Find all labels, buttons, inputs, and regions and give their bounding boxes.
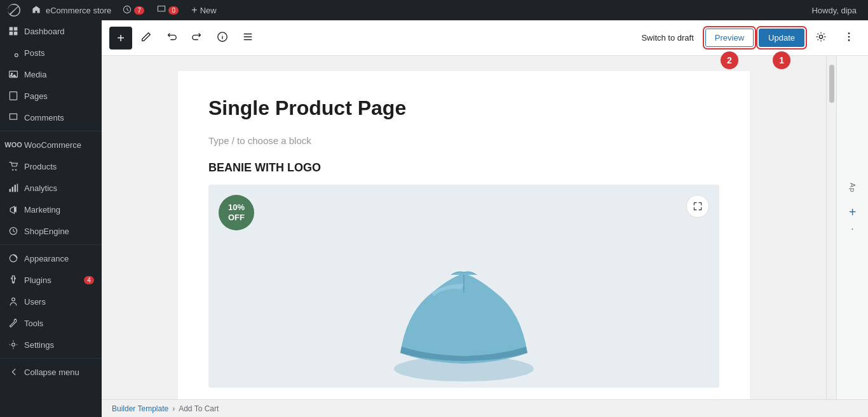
expand-button[interactable] <box>686 195 709 218</box>
svg-point-17 <box>12 298 15 301</box>
media-icon <box>8 69 19 80</box>
editor-main: Single Product Page Type / to choose a b… <box>102 56 826 399</box>
sidebar: Dashboard Posts Media Pages <box>0 20 102 417</box>
products-icon <box>8 161 19 172</box>
breadcrumb-link[interactable]: Builder Template <box>112 404 168 413</box>
sidebar-item-analytics[interactable]: Analytics <box>0 177 102 199</box>
add-block-button[interactable]: + <box>109 27 132 50</box>
users-icon <box>8 296 19 307</box>
breadcrumb-separator: › <box>172 404 175 413</box>
house-icon <box>32 5 41 16</box>
settings-panel-button[interactable] <box>810 27 832 50</box>
svg-point-7 <box>11 73 13 75</box>
sidebar-item-appearance[interactable]: Appearance <box>0 248 102 269</box>
page-title[interactable]: Single Product Page <box>208 96 719 120</box>
sidebar-item-settings[interactable]: Settings <box>0 334 102 355</box>
updates-icon <box>123 5 132 16</box>
sidebar-item-shopengine[interactable]: ShopEngine <box>0 220 102 242</box>
panel-plus-icon[interactable]: + <box>849 205 857 220</box>
admin-site-name[interactable]: eCommerce store <box>27 0 116 20</box>
adminbar-items: 7 0 + New <box>116 0 222 20</box>
sidebar-item-posts[interactable]: Posts <box>0 42 102 63</box>
svg-point-18 <box>12 343 15 347</box>
sidebar-item-dashboard[interactable]: Dashboard <box>0 20 102 42</box>
scrollbar-thumb[interactable] <box>829 65 834 103</box>
svg-rect-8 <box>10 92 17 100</box>
gear-icon <box>815 31 827 44</box>
comments-icon <box>8 112 19 123</box>
info-button[interactable] <box>211 27 234 50</box>
marketing-icon <box>8 204 19 215</box>
dashboard-icon <box>8 25 19 37</box>
preview-button[interactable]: Preview <box>705 29 754 47</box>
plugins-icon <box>8 274 19 286</box>
svg-point-5 <box>15 54 18 57</box>
sidebar-item-plugins[interactable]: Plugins 4 <box>0 269 102 291</box>
posts-icon <box>8 47 19 58</box>
update-button[interactable]: Update <box>759 29 804 47</box>
panel-dot-icon[interactable]: · <box>851 223 853 235</box>
admin-bar: eCommerce store 7 0 + New Howdy, dipa <box>0 0 868 20</box>
adminbar-updates[interactable]: 7 <box>116 0 151 20</box>
svg-rect-2 <box>14 27 18 31</box>
ellipsis-icon <box>843 31 855 44</box>
plus-icon: + <box>191 4 197 16</box>
shopengine-icon <box>8 225 19 237</box>
svg-rect-11 <box>10 189 11 192</box>
adminbar-comments[interactable]: 0 <box>151 0 185 20</box>
discount-off: OFF <box>228 213 245 223</box>
adminbar-howdy[interactable]: Howdy, dipa <box>805 0 863 20</box>
svg-rect-13 <box>15 185 16 192</box>
hat-illustration <box>381 235 546 388</box>
tools-icon <box>8 317 19 329</box>
edit-button[interactable] <box>135 27 158 50</box>
appearance-icon <box>8 253 19 264</box>
settings-icon <box>8 339 19 350</box>
svg-point-21 <box>848 32 850 34</box>
sidebar-item-pages[interactable]: Pages <box>0 85 102 107</box>
wp-logo[interactable] <box>5 1 23 19</box>
adminbar-right: Howdy, dipa <box>805 0 863 20</box>
adminbar-new[interactable]: + New <box>185 0 222 20</box>
comments-badge: 0 <box>168 6 179 15</box>
svg-point-22 <box>848 36 850 38</box>
block-placeholder[interactable]: Type / to choose a block <box>208 133 719 149</box>
svg-point-10 <box>15 169 17 170</box>
svg-rect-14 <box>17 184 18 192</box>
sidebar-item-products[interactable]: Products <box>0 156 102 177</box>
sidebar-item-collapse[interactable]: Collapse menu <box>0 361 102 383</box>
svg-rect-4 <box>14 32 18 36</box>
sidebar-item-comments[interactable]: Comments <box>0 107 102 128</box>
redo-button[interactable] <box>186 27 208 50</box>
woo-icon: WOO <box>8 139 19 150</box>
pages-icon <box>8 90 19 102</box>
comment-icon <box>157 5 166 16</box>
list-view-button[interactable] <box>236 27 259 50</box>
svg-point-20 <box>819 35 822 38</box>
scrollbar[interactable] <box>826 56 836 399</box>
list-view-icon <box>242 31 254 44</box>
switch-to-draft-button[interactable]: Switch to draft <box>635 29 700 46</box>
discount-percent: 10% <box>228 202 245 213</box>
info-icon <box>217 31 228 44</box>
toolbar-right: Switch to draft Preview 2 Update 1 <box>635 27 860 50</box>
undo-icon <box>166 31 177 44</box>
svg-rect-1 <box>10 27 13 31</box>
sidebar-item-media[interactable]: Media <box>0 63 102 85</box>
product-heading: BEANIE WITH LOGO <box>208 161 719 175</box>
svg-rect-3 <box>10 32 13 36</box>
svg-point-23 <box>848 39 850 41</box>
sidebar-item-users[interactable]: Users <box>0 291 102 312</box>
editor-page: Single Product Page Type / to choose a b… <box>178 71 750 399</box>
product-image-container: 10% OFF <box>208 185 719 388</box>
sidebar-item-tools[interactable]: Tools <box>0 312 102 334</box>
breadcrumb-current: Add To Cart <box>179 404 219 413</box>
more-options-button[interactable] <box>837 27 860 50</box>
plugins-badge: 4 <box>84 276 94 284</box>
right-panel-hint: Ap + · <box>836 56 868 399</box>
discount-badge: 10% OFF <box>219 195 254 230</box>
sidebar-item-marketing[interactable]: Marketing <box>0 199 102 220</box>
sidebar-item-woocommerce[interactable]: WOO WooCommerce <box>0 134 102 156</box>
undo-button[interactable] <box>160 27 183 50</box>
editor-toolbar: + <box>102 20 868 56</box>
